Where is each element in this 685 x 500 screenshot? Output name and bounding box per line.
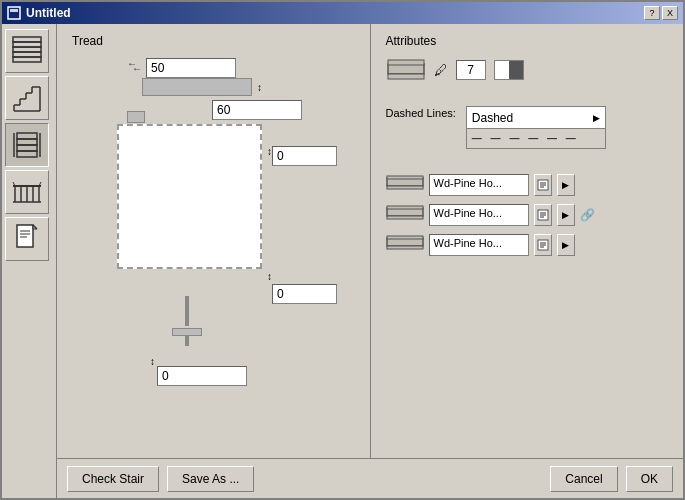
right-arrow-2: ↕ xyxy=(257,82,262,93)
color-picker[interactable] xyxy=(494,60,524,80)
check-stair-button[interactable]: Check Stair xyxy=(67,466,159,492)
pen-icon: 🖊 xyxy=(434,62,448,78)
stairs-detail-icon xyxy=(9,127,45,163)
cancel-button[interactable]: Cancel xyxy=(550,466,617,492)
top-tread-bar xyxy=(142,78,252,96)
svg-rect-1 xyxy=(10,9,18,12)
browse-icon-2 xyxy=(537,209,549,221)
material2-input[interactable]: Wd-Pine Ho... xyxy=(429,204,529,226)
bottom-right-buttons: Cancel OK xyxy=(550,466,673,492)
attr-top-row: 🖊 xyxy=(386,56,669,84)
second-measure xyxy=(212,100,302,120)
title-buttons: ? X xyxy=(644,6,678,20)
material-row-3: Wd-Pine Ho... ▶ xyxy=(386,234,669,256)
material-row-2: Wd-Pine Ho... ▶ 🔗 xyxy=(386,204,669,226)
window-icon xyxy=(7,6,21,20)
sidebar-item-stairs-detail[interactable] xyxy=(5,123,49,167)
svg-rect-17 xyxy=(17,133,37,139)
dashed-lines-section: Dashed Lines: Dashed ▶ — — — — — — xyxy=(386,106,669,149)
dashed-lines-label: Dashed Lines: xyxy=(386,106,456,121)
main-tread-box xyxy=(117,124,262,269)
document-icon xyxy=(9,221,45,257)
material2-browse-btn[interactable] xyxy=(534,204,552,226)
dashed-pattern-display: — — — — — — xyxy=(467,129,605,148)
bottom-bar: Check Stair Save As ... Cancel OK xyxy=(57,458,683,498)
stair-attr-icon xyxy=(386,56,426,84)
right-panel: Attributes 🖊 xyxy=(371,24,684,458)
material3-arrow-btn[interactable]: ▶ xyxy=(557,234,575,256)
bottom-left-buttons: Check Stair Save As ... xyxy=(67,466,254,492)
dropdown-arrow-icon: ▶ xyxy=(593,113,600,123)
browse-icon-3 xyxy=(537,239,549,251)
svg-rect-43 xyxy=(387,186,423,189)
left-side-piece xyxy=(127,111,145,123)
svg-rect-57 xyxy=(387,246,423,249)
svg-rect-50 xyxy=(387,216,423,219)
svg-rect-32 xyxy=(17,225,33,247)
material3-input[interactable]: Wd-Pine Ho... xyxy=(429,234,529,256)
close-button[interactable]: X xyxy=(662,6,678,20)
v-arrow-2: ↕ xyxy=(267,271,272,282)
left-panel: Tread ← → ← ↕ xyxy=(57,24,371,458)
material2-icon xyxy=(386,204,424,226)
stairs-top-icon xyxy=(9,33,45,69)
svg-rect-0 xyxy=(8,7,20,19)
dashed-top-row[interactable]: Dashed ▶ xyxy=(467,107,605,129)
tread-label: Tread xyxy=(72,34,355,48)
material1-arrow-btn[interactable]: ▶ xyxy=(557,174,575,196)
material1-browse-btn[interactable] xyxy=(534,174,552,196)
title-bar-left: Untitled xyxy=(7,6,71,20)
tread-diagram: ← → ← ↕ xyxy=(72,56,332,436)
material1-input[interactable]: Wd-Pine Ho... xyxy=(429,174,529,196)
content-area: Tread ← → ← ↕ xyxy=(2,24,683,498)
v-arrow-3: ↕ xyxy=(150,356,155,367)
svg-rect-20 xyxy=(17,151,37,157)
fourth-measure xyxy=(272,284,337,304)
material3-icon xyxy=(386,234,424,256)
fifth-measure xyxy=(157,366,247,386)
panels: Tread ← → ← ↕ xyxy=(57,24,683,458)
help-button[interactable]: ? xyxy=(644,6,660,20)
tread-input4[interactable] xyxy=(272,284,337,304)
railing-icon xyxy=(9,174,45,210)
tread-input5[interactable] xyxy=(157,366,247,386)
sidebar-item-railing[interactable] xyxy=(5,170,49,214)
sidebar-item-stairs-top[interactable] xyxy=(5,29,49,73)
main-content: Tread ← → ← ↕ xyxy=(57,24,683,498)
material-row-1: Wd-Pine Ho... ▶ xyxy=(386,174,669,196)
pen-number-input[interactable] xyxy=(456,60,486,80)
bottom-piece xyxy=(172,296,202,346)
sidebar-item-document[interactable] xyxy=(5,217,49,261)
sidebar xyxy=(2,24,57,498)
attributes-label: Attributes xyxy=(386,34,669,48)
title-bar: Untitled ? X xyxy=(2,2,683,24)
svg-rect-19 xyxy=(17,145,37,151)
browse-icon xyxy=(537,179,549,191)
svg-rect-6 xyxy=(13,57,41,62)
third-measure xyxy=(272,146,337,166)
top-measure-row: ← → xyxy=(132,58,236,78)
svg-rect-18 xyxy=(17,139,37,145)
save-as-button[interactable]: Save As ... xyxy=(167,466,254,492)
stairs-angled-icon xyxy=(9,80,45,116)
dashed-value-text: Dashed xyxy=(472,111,513,125)
material2-arrow-btn[interactable]: ▶ xyxy=(557,204,575,226)
tread-depth-input[interactable] xyxy=(212,100,302,120)
ok-button[interactable]: OK xyxy=(626,466,673,492)
main-window: Untitled ? X xyxy=(0,0,685,500)
sidebar-item-stairs-angled[interactable] xyxy=(5,76,49,120)
window-title: Untitled xyxy=(26,6,71,20)
svg-rect-49 xyxy=(387,206,423,209)
material3-browse-btn[interactable] xyxy=(534,234,552,256)
tread-input3[interactable] xyxy=(272,146,337,166)
svg-rect-42 xyxy=(387,176,423,179)
svg-rect-39 xyxy=(388,60,424,65)
svg-rect-56 xyxy=(387,236,423,239)
svg-rect-40 xyxy=(388,74,424,79)
tread-width-input[interactable] xyxy=(146,58,236,78)
arrow-left-1: ← xyxy=(127,58,137,69)
link-icon[interactable]: 🔗 xyxy=(580,208,595,222)
material1-icon xyxy=(386,174,424,196)
dashed-dropdown[interactable]: Dashed ▶ — — — — — — xyxy=(466,106,606,149)
